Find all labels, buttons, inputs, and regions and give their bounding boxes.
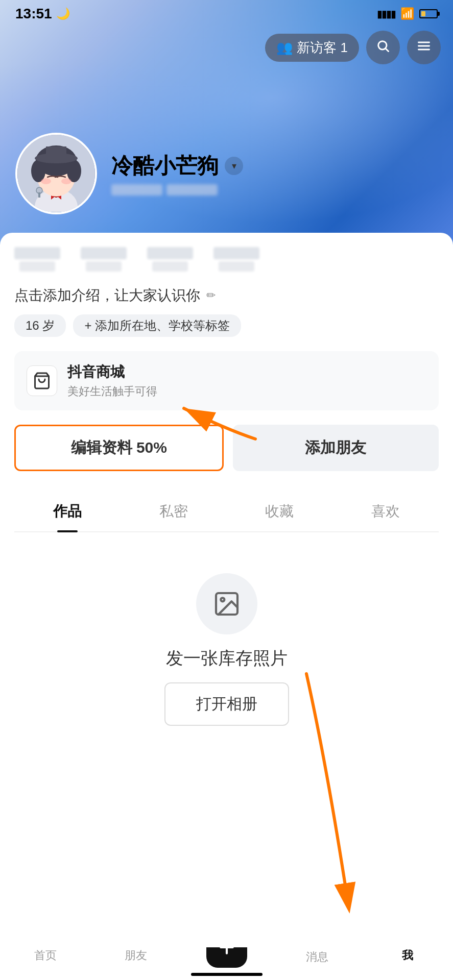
edit-bio-icon: ✏ — [206, 289, 216, 302]
battery-icon — [419, 9, 438, 18]
home-indicator — [191, 973, 263, 976]
profile-sub-info — [111, 184, 243, 195]
visitors-label: 新访客 — [297, 39, 337, 57]
tabs-row: 作品 私密 收藏 喜欢 — [14, 489, 439, 532]
tab-favorites-label: 收藏 — [265, 503, 294, 519]
svg-line-1 — [386, 48, 388, 51]
tab-private[interactable]: 私密 — [121, 489, 227, 531]
bio-text: 点击添加介绍，让大家认识你 — [14, 286, 200, 305]
search-button[interactable] — [366, 31, 400, 64]
add-tag-button[interactable]: + 添加所在地、学校等标签 — [73, 314, 241, 337]
shop-icon — [27, 365, 57, 396]
chevron-down-icon: ▾ — [232, 160, 236, 172]
stat-followers-num — [81, 247, 127, 259]
tab-works[interactable]: 作品 — [14, 489, 121, 531]
username: 冷酷小芒狗 — [111, 152, 219, 180]
shop-name: 抖音商城 — [67, 362, 157, 382]
open-album-button[interactable]: 打开相册 — [164, 682, 289, 726]
photo-icon — [212, 590, 241, 618]
shop-info: 抖音商城 美好生活触手可得 — [67, 362, 157, 399]
age-tag: 16 岁 — [14, 314, 66, 337]
svg-point-20 — [61, 178, 71, 184]
add-tag-label: + 添加所在地、学校等标签 — [84, 317, 230, 334]
sub-info-1 — [111, 184, 162, 195]
tags-row: 16 岁 + 添加所在地、学校等标签 — [14, 314, 439, 337]
stat-likes[interactable] — [147, 247, 193, 272]
profile-name: 冷酷小芒狗 ▾ — [111, 152, 243, 180]
hamburger-icon — [417, 39, 431, 57]
add-friend-button[interactable]: 添加朋友 — [233, 425, 439, 471]
empty-icon-wrap — [196, 573, 257, 634]
profile-banner: 👥 新访客 1 — [0, 0, 453, 245]
nav-friends-label: 朋友 — [125, 948, 147, 963]
action-buttons: 编辑资料 50% 添加朋友 — [14, 425, 439, 471]
status-time: 13:51 — [15, 6, 52, 22]
nav-home-label: 首页 — [34, 948, 57, 963]
edit-profile-button[interactable]: 编辑资料 50% — [14, 425, 224, 471]
tab-likes-label: 喜欢 — [371, 503, 400, 519]
empty-state: 发一张库存照片 打开相册 — [14, 532, 439, 746]
stat-works-num — [213, 247, 259, 259]
name-dropdown-button[interactable]: ▾ — [225, 157, 243, 175]
stat-works-label — [219, 261, 254, 272]
status-bar: 13:51 🌙 ▮▮▮▮ 📶 — [0, 0, 453, 28]
top-actions: 👥 新访客 1 — [265, 31, 441, 64]
battery-fill — [421, 11, 425, 16]
svg-rect-22 — [38, 192, 40, 198]
stat-likes-num — [147, 247, 193, 259]
shop-desc: 美好生活触手可得 — [67, 384, 157, 399]
tab-private-label: 私密 — [159, 503, 188, 519]
nav-me-label: 我 — [402, 948, 413, 963]
svg-point-19 — [41, 178, 51, 184]
avatar-image — [17, 135, 95, 212]
sub-info-2 — [166, 184, 218, 195]
stats-row — [14, 247, 439, 272]
profile-name-area: 冷酷小芒狗 ▾ — [111, 152, 243, 195]
menu-button[interactable] — [407, 31, 441, 64]
bio-row[interactable]: 点击添加介绍，让大家认识你 ✏ — [14, 286, 439, 305]
nav-messages-label: 消息 — [306, 949, 328, 965]
visitors-count: 1 — [341, 40, 348, 56]
content-area: 点击添加介绍，让大家认识你 ✏ 16 岁 + 添加所在地、学校等标签 抖音商城 … — [0, 233, 453, 947]
svg-rect-18 — [46, 146, 66, 160]
status-icons: ▮▮▮▮ 📶 — [377, 7, 438, 20]
stat-following-label — [19, 261, 55, 272]
signal-icon: ▮▮▮▮ — [377, 8, 395, 20]
visitors-button[interactable]: 👥 新访客 1 — [265, 34, 359, 62]
tab-likes[interactable]: 喜欢 — [332, 489, 439, 531]
wifi-icon: 📶 — [400, 7, 414, 20]
tab-works-label: 作品 — [53, 503, 82, 519]
svg-point-25 — [221, 598, 224, 601]
stat-following-num — [14, 247, 60, 259]
empty-title: 发一张库存照片 — [166, 647, 288, 670]
stat-followers[interactable] — [81, 247, 127, 272]
profile-info: 冷酷小芒狗 ▾ — [15, 133, 243, 214]
stat-followers-label — [86, 261, 122, 272]
moon-icon: 🌙 — [56, 7, 70, 20]
stat-following[interactable] — [14, 247, 60, 272]
stat-works[interactable] — [213, 247, 259, 272]
search-icon — [376, 39, 390, 57]
visitors-icon: 👥 — [276, 40, 293, 56]
shop-card[interactable]: 抖音商城 美好生活触手可得 — [14, 351, 439, 410]
tab-favorites[interactable]: 收藏 — [227, 489, 333, 531]
avatar[interactable] — [15, 133, 97, 214]
stat-likes-label — [152, 261, 188, 272]
